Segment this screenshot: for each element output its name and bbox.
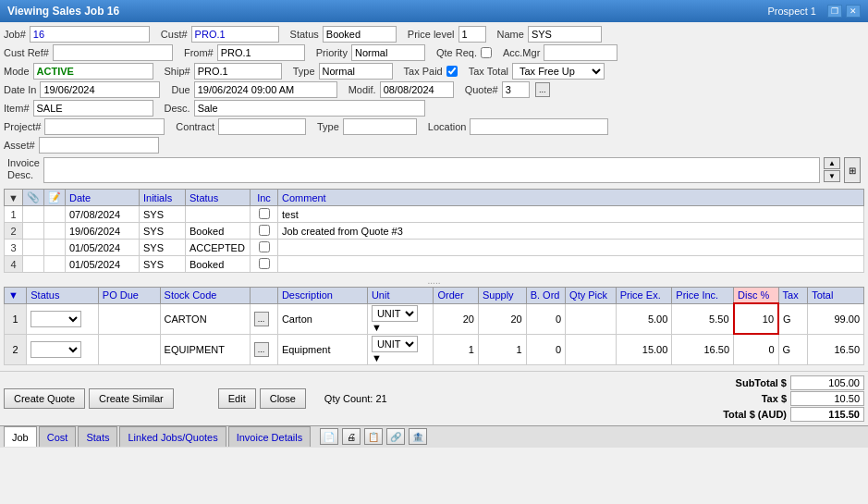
qty-count: Qty Count: 21: [324, 393, 387, 404]
from-input[interactable]: [217, 44, 305, 61]
tab-icons: 📄 🖨 📋 🔗 🏦: [320, 428, 427, 445]
lines-row-num: 2: [5, 334, 27, 364]
notes-status: ACCEPTED: [186, 240, 251, 256]
close-window-button[interactable]: ✕: [846, 5, 861, 18]
lines-b-ord: 0: [526, 303, 565, 334]
lines-unit[interactable]: UNIT ▼: [367, 334, 434, 364]
type2-input[interactable]: [343, 118, 417, 135]
tab-icon-4[interactable]: 🔗: [386, 428, 405, 445]
scroll-up-button[interactable]: ▲: [824, 157, 840, 169]
tab-icon-2[interactable]: 🖨: [342, 428, 361, 445]
notes-row[interactable]: 4 01/05/2024 SYS Booked: [5, 256, 864, 273]
notes-col-notes: 📝: [44, 190, 66, 206]
lines-unit[interactable]: UNIT ▼: [367, 303, 434, 334]
notes-icon: [44, 256, 66, 273]
prospect-label: Prospect 1: [767, 6, 816, 17]
lines-desc: Equipment: [277, 334, 367, 364]
create-quote-button[interactable]: Create Quote: [4, 388, 85, 409]
tab-linked-jobs[interactable]: Linked Jobs/Quotes: [119, 426, 226, 447]
form-row-3: Mode Ship# Type Tax Paid Tax Total Tax F…: [4, 63, 864, 80]
notes-icon: [44, 206, 66, 223]
notes-row-num: 3: [5, 240, 23, 256]
due-input[interactable]: [194, 81, 337, 98]
lines-status[interactable]: [27, 303, 99, 334]
lines-row[interactable]: 1 CARTON ... Carton UNIT ▼ 20 20 0 5.00 …: [5, 303, 864, 334]
item-input[interactable]: [33, 100, 153, 117]
subtotal-label: SubTotal $: [713, 377, 787, 388]
name-input[interactable]: [528, 26, 602, 43]
location-input[interactable]: [470, 118, 608, 135]
quote-ellipsis-button[interactable]: ...: [535, 82, 550, 97]
project-input[interactable]: [44, 118, 165, 135]
tab-icon-5[interactable]: 🏦: [409, 428, 427, 445]
notes-clip: [23, 240, 44, 256]
notes-initials: SYS: [140, 223, 186, 240]
status-input[interactable]: [323, 26, 397, 43]
lines-tax: G: [778, 303, 808, 334]
price-level-input[interactable]: [458, 26, 486, 43]
cust-ref-label: Cust Ref#: [4, 47, 49, 58]
type-input[interactable]: [319, 63, 393, 80]
desc-input[interactable]: [194, 100, 425, 117]
scroll-down-button[interactable]: ▼: [824, 170, 840, 182]
project-label: Project#: [4, 121, 41, 132]
type2-label: Type: [317, 121, 339, 132]
tax-paid-checkbox[interactable]: [446, 66, 458, 77]
lines-qty-pick: [566, 303, 617, 334]
tab-icon-1[interactable]: 📄: [320, 428, 338, 445]
notes-icon: [44, 223, 66, 240]
contract-input[interactable]: [218, 118, 306, 135]
notes-row[interactable]: 1 07/08/2024 SYS test: [5, 206, 864, 223]
notes-row-num: 4: [5, 256, 23, 273]
lines-status[interactable]: [27, 334, 99, 364]
tab-job[interactable]: Job: [4, 426, 37, 447]
quote-label: Quote#: [465, 84, 498, 95]
date-in-input[interactable]: [40, 81, 160, 98]
lines-total: 16.50: [808, 334, 864, 364]
edit-button[interactable]: Edit: [218, 388, 256, 409]
lines-col-tax: Tax: [778, 288, 808, 304]
lines-row[interactable]: 2 EQUIPMENT ... Equipment UNIT ▼ 1 1 0 1…: [5, 334, 864, 364]
total-row: Total $ (AUD): [713, 407, 864, 422]
notes-date: 01/05/2024: [66, 240, 140, 256]
priority-input[interactable]: [351, 44, 425, 61]
tab-cost[interactable]: Cost: [39, 426, 77, 447]
title-bar: Viewing Sales Job 16 Prospect 1 ❐ ✕: [0, 0, 868, 22]
modif-input[interactable]: [380, 81, 454, 98]
quote-input[interactable]: [502, 81, 530, 98]
job-input[interactable]: [30, 26, 150, 43]
tab-stats[interactable]: Stats: [78, 426, 117, 447]
lines-disc-pct: 0: [734, 334, 779, 364]
acc-mgr-input[interactable]: [544, 44, 617, 61]
cust-ref-input[interactable]: [53, 44, 173, 61]
asset-input[interactable]: [39, 137, 159, 154]
ship-input[interactable]: [194, 63, 282, 80]
restore-button[interactable]: ❐: [827, 5, 842, 18]
lines-col-qty-pick: Qty Pick: [566, 288, 617, 304]
invoice-desc-textarea[interactable]: [43, 157, 820, 183]
cust-input[interactable]: [191, 26, 279, 43]
tax-total-select[interactable]: Tax Free Up: [512, 63, 605, 80]
notes-status: Booked: [186, 223, 251, 240]
tab-invoice-details[interactable]: Invoice Details: [228, 426, 312, 447]
qte-req-checkbox[interactable]: [481, 47, 492, 58]
close-button[interactable]: Close: [260, 388, 306, 409]
lines-ellipsis[interactable]: ...: [250, 303, 277, 334]
lines-tax: G: [778, 334, 808, 364]
notes-row[interactable]: 2 19/06/2024 SYS Booked Job created from…: [5, 223, 864, 240]
notes-row[interactable]: 3 01/05/2024 SYS ACCEPTED: [5, 240, 864, 256]
create-similar-button[interactable]: Create Similar: [89, 388, 174, 409]
lines-table: ▼ Status PO Due Stock Code Description U…: [4, 287, 864, 365]
subtotal-row: SubTotal $: [713, 375, 864, 390]
lines-col-price-ex: Price Ex.: [616, 288, 672, 304]
mode-input[interactable]: [33, 63, 153, 80]
expand-button[interactable]: ⊞: [844, 157, 861, 183]
tab-icon-3[interactable]: 📋: [364, 428, 383, 445]
ship-label: Ship#: [165, 66, 190, 77]
lines-total: 99.00: [808, 303, 864, 334]
total-label: Total $ (AUD): [713, 409, 787, 420]
notes-col-date: Date: [66, 190, 140, 206]
lines-ellipsis[interactable]: ...: [250, 334, 277, 364]
contract-label: Contract: [176, 121, 214, 132]
bottom-bar: Create Quote Create Similar Edit Close Q…: [0, 371, 868, 425]
